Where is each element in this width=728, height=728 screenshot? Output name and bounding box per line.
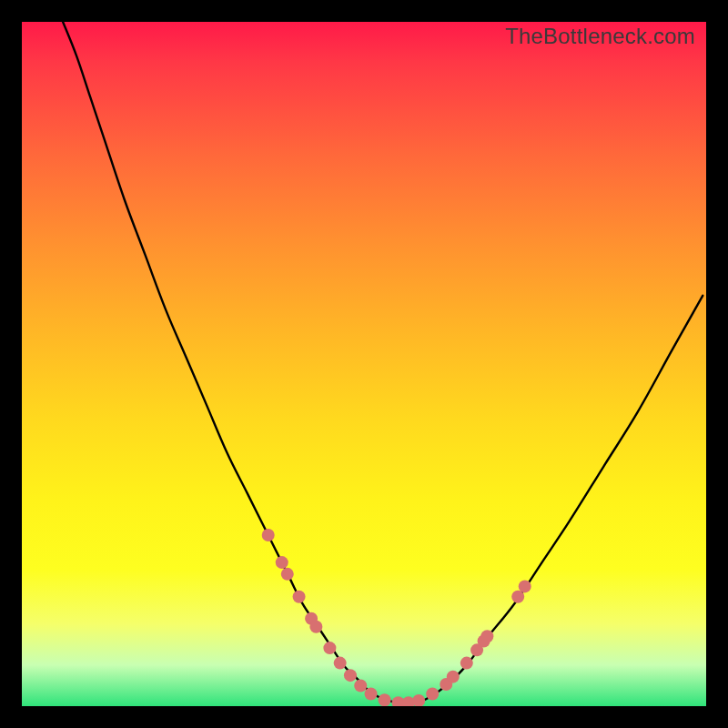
- marker-dot: [426, 687, 439, 700]
- chart-svg: [22, 22, 706, 706]
- marker-dot: [344, 669, 357, 682]
- marker-dot: [447, 671, 460, 683]
- marker-dot: [309, 621, 322, 633]
- bottleneck-curve: [63, 22, 703, 703]
- marker-dot: [323, 642, 336, 654]
- marker-dot: [379, 693, 391, 706]
- marker-dot: [354, 679, 367, 692]
- marker-dot: [293, 591, 306, 603]
- watermark-text: TheBottleneck.com: [505, 24, 695, 49]
- marker-dot: [412, 694, 425, 706]
- marker-dot: [480, 630, 493, 642]
- marker-dot: [365, 687, 378, 700]
- marker-dot: [276, 556, 288, 569]
- chart-plot-area: TheBottleneck.com: [22, 22, 706, 706]
- marker-dots: [262, 529, 531, 706]
- marker-dot: [281, 568, 294, 581]
- marker-dot: [460, 657, 473, 670]
- marker-dot: [519, 580, 531, 592]
- marker-dot: [334, 657, 347, 670]
- marker-dot: [262, 529, 275, 541]
